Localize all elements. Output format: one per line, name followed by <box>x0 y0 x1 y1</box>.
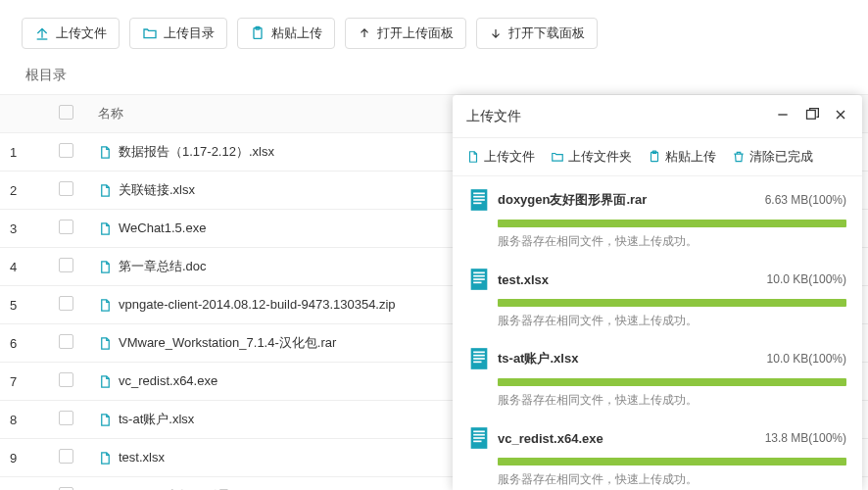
svg-rect-21 <box>473 431 485 433</box>
close-icon[interactable] <box>833 107 848 125</box>
document-icon <box>468 266 490 293</box>
upload-status-text: 服务器存在相同文件，快速上传成功。 <box>498 392 846 409</box>
file-icon <box>98 183 113 198</box>
svg-rect-7 <box>473 196 485 198</box>
svg-rect-24 <box>473 441 481 443</box>
panel-clear-done-button[interactable]: 清除已完成 <box>732 148 813 166</box>
minimize-icon[interactable] <box>775 107 791 125</box>
upload-item: vc_redist.x64.exe13.8 MB(100%)服务器存在相同文件，… <box>468 415 846 490</box>
row-checkbox[interactable] <box>59 411 73 425</box>
svg-rect-17 <box>473 355 485 357</box>
progress-bar <box>498 458 846 466</box>
upload-file-name: vc_redist.x64.exe <box>498 431 765 446</box>
col-index <box>0 95 49 133</box>
upload-item-list[interactable]: doxygen友好图形界面.rar6.63 MB(100%)服务器存在相同文件，… <box>453 176 862 490</box>
btn-label: 上传目录 <box>164 24 215 42</box>
file-icon <box>98 451 113 466</box>
progress-bar <box>498 299 846 307</box>
row-checkbox[interactable] <box>59 181 73 196</box>
svg-rect-11 <box>473 272 485 274</box>
file-icon <box>98 145 113 160</box>
row-index: 1 <box>0 133 49 172</box>
svg-rect-19 <box>473 362 481 364</box>
svg-rect-2 <box>807 110 816 119</box>
upload-status-text: 服务器存在相同文件，快速上传成功。 <box>498 471 846 488</box>
row-index: 3 <box>0 210 49 248</box>
row-index: 2 <box>0 172 49 210</box>
main-toolbar: 上传文件 上传目录 粘贴上传 打开上传面板 打开下载面板 <box>0 0 868 63</box>
upload-item: doxygen友好图形界面.rar6.63 MB(100%)服务器存在相同文件，… <box>468 176 846 256</box>
row-index: 5 <box>0 286 49 324</box>
svg-rect-12 <box>473 275 485 277</box>
open-download-panel-button[interactable]: 打开下载面板 <box>476 18 598 49</box>
file-icon <box>98 221 113 236</box>
svg-rect-22 <box>473 434 485 436</box>
folder-icon <box>142 25 158 41</box>
maximize-icon[interactable] <box>804 108 819 125</box>
file-icon <box>98 413 113 427</box>
document-icon <box>468 345 490 372</box>
upload-panel-title: 上传文件 <box>466 108 521 125</box>
svg-rect-23 <box>473 437 485 439</box>
upload-file-size: 13.8 MB(100%) <box>765 431 846 445</box>
file-icon <box>466 150 480 164</box>
svg-rect-8 <box>473 199 485 201</box>
row-checkbox[interactable] <box>59 372 73 387</box>
row-index: 9 <box>0 439 49 477</box>
upload-status-text: 服务器存在相同文件，快速上传成功。 <box>498 233 846 250</box>
upload-item: test.xlsx10.0 KB(100%)服务器存在相同文件，快速上传成功。 <box>468 256 846 335</box>
svg-rect-13 <box>473 278 485 280</box>
file-icon <box>98 298 113 313</box>
upload-file-name: test.xlsx <box>498 272 767 287</box>
row-index: 8 <box>0 401 49 439</box>
row-checkbox[interactable] <box>59 143 73 158</box>
row-index: 10 <box>0 477 49 491</box>
upload-file-button[interactable]: 上传文件 <box>22 18 120 49</box>
upload-status-text: 服务器存在相同文件，快速上传成功。 <box>498 313 846 329</box>
row-checkbox[interactable] <box>59 220 73 234</box>
arrow-up-icon <box>358 26 371 40</box>
progress-bar <box>498 378 846 386</box>
upload-item: ts-at账户.xlsx10.0 KB(100%)服务器存在相同文件，快速上传成… <box>468 335 846 415</box>
row-index: 7 <box>0 363 49 401</box>
upload-file-name: ts-at账户.xlsx <box>498 350 767 368</box>
svg-rect-9 <box>473 203 481 205</box>
btn-label: 上传文件 <box>56 24 107 42</box>
breadcrumb[interactable]: 根目录 <box>0 63 868 94</box>
document-icon <box>468 186 490 214</box>
svg-rect-6 <box>473 193 485 195</box>
upload-icon <box>34 25 50 41</box>
btn-label: 打开下载面板 <box>508 24 585 42</box>
row-checkbox[interactable] <box>59 296 73 311</box>
row-index: 4 <box>0 248 49 286</box>
row-index: 6 <box>0 324 49 363</box>
folder-icon <box>551 150 564 164</box>
btn-label: 粘贴上传 <box>271 24 322 42</box>
paste-upload-button[interactable]: 粘贴上传 <box>237 18 335 49</box>
upload-file-size: 10.0 KB(100%) <box>767 272 846 286</box>
file-icon <box>98 260 113 274</box>
row-checkbox[interactable] <box>59 334 73 349</box>
svg-rect-18 <box>473 358 485 360</box>
trash-icon <box>732 150 746 164</box>
upload-file-size: 10.0 KB(100%) <box>767 352 846 366</box>
progress-bar <box>498 220 846 227</box>
arrow-down-icon <box>489 26 503 40</box>
upload-file-size: 6.63 MB(100%) <box>765 193 846 207</box>
open-upload-panel-button[interactable]: 打开上传面板 <box>345 18 466 49</box>
row-checkbox[interactable] <box>59 449 73 464</box>
file-icon <box>98 336 113 351</box>
upload-dir-button[interactable]: 上传目录 <box>129 18 227 49</box>
panel-paste-upload-button[interactable]: 粘贴上传 <box>648 148 716 166</box>
upload-panel-toolbar: 上传文件 上传文件夹 粘贴上传 清除已完成 <box>453 138 862 176</box>
svg-rect-16 <box>473 352 485 354</box>
upload-panel: 上传文件 上传文件 上传文件夹 粘贴上传 清除已完成 doxygen友好图形界面… <box>453 95 862 490</box>
btn-label: 打开上传面板 <box>377 24 454 42</box>
upload-file-name: doxygen友好图形界面.rar <box>498 191 765 209</box>
panel-upload-folder-button[interactable]: 上传文件夹 <box>551 148 632 166</box>
panel-upload-file-button[interactable]: 上传文件 <box>466 148 535 166</box>
clipboard-icon <box>648 150 661 164</box>
checkbox-all[interactable] <box>59 105 73 120</box>
row-checkbox[interactable] <box>59 258 73 272</box>
clipboard-icon <box>250 25 265 41</box>
